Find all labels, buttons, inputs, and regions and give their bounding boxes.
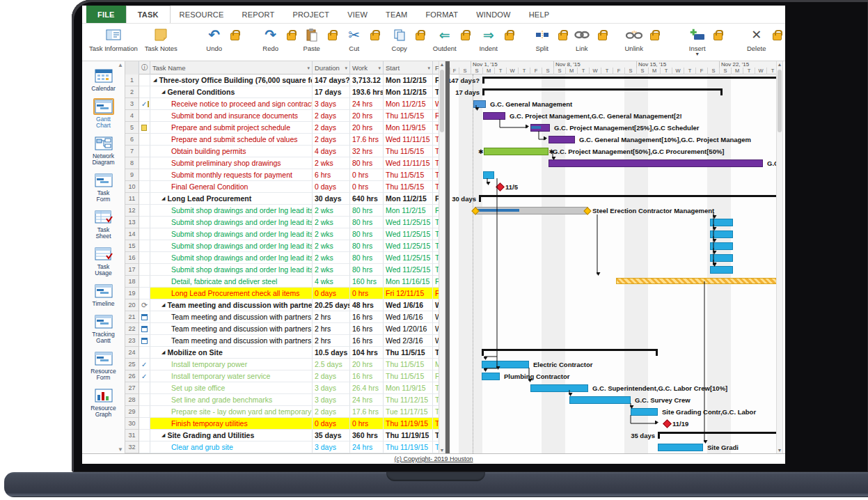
sidebar-item-task-form[interactable]: TaskForm (82, 172, 125, 203)
task-bar[interactable] (473, 100, 486, 108)
collapse-triangle-icon[interactable]: ◢ (161, 350, 165, 355)
table-row[interactable]: 11◢Long Lead Procurement30 days640 hrsMo… (125, 193, 450, 205)
column-header-work[interactable]: Work▾ (350, 61, 384, 75)
task-bar[interactable] (616, 278, 781, 284)
table-row[interactable]: 30Finish temporay utilities0 days0 hrsTh… (125, 418, 450, 430)
sidebar-item-resource-form[interactable]: ResourceForm (82, 350, 125, 381)
task-bar[interactable]: ✱✱ (484, 148, 549, 155)
menu-item-team[interactable]: TEAM (377, 6, 416, 23)
menu-item-project[interactable]: PROJECT (283, 6, 338, 23)
indent-button[interactable]: ⇒Indent (477, 26, 500, 52)
table-row[interactable]: 19Long Lead Procurement check all items0… (125, 288, 450, 299)
table-row[interactable]: 1◢Three-story Office Building (76,000 sq… (125, 75, 450, 86)
summary-bar[interactable] (482, 88, 723, 94)
collapse-triangle-icon[interactable]: ◢ (161, 302, 165, 308)
filter-dropdown-icon[interactable]: ▾ (307, 65, 310, 71)
sidebar-item-resource-graph[interactable]: ResourceGraph (82, 387, 125, 418)
table-row[interactable]: 24◢Mobilize on Site10.5 days104 hrsThu 1… (125, 347, 450, 359)
table-row[interactable]: 29Prepare site - lay down yard and tempo… (125, 406, 450, 418)
menu-item-file[interactable]: FILE (86, 6, 126, 23)
sidebar-item-calendar[interactable]: Calendar (82, 68, 125, 92)
table-row[interactable]: 4Submit bond and insurance documents2 da… (125, 110, 450, 122)
scroll-up-icon[interactable]: ▲ (439, 62, 445, 67)
milestone-diamond[interactable] (496, 182, 505, 192)
table-row[interactable]: 28Set line and grade benchmarks3 days24 … (125, 394, 450, 406)
table-row[interactable]: 10Final General Condition0 days0 hrsThu … (125, 181, 450, 193)
sidebar-scroll-up-icon[interactable]: ▲ (118, 62, 123, 68)
task-bar[interactable] (530, 384, 588, 392)
task-bar[interactable] (658, 444, 703, 451)
menu-item-report[interactable]: REPORT (233, 6, 284, 23)
unlink-button[interactable]: Unlink (622, 26, 646, 52)
table-row[interactable]: 21Team meeting and discussion with partn… (125, 311, 450, 323)
filter-dropdown-icon[interactable]: ▾ (345, 65, 347, 71)
scrollbar-thumb[interactable] (440, 70, 444, 132)
table-row[interactable]: 17Submit shop drawings and order lng lea… (125, 264, 450, 276)
task-bar[interactable] (530, 124, 550, 132)
task-bar[interactable] (549, 159, 763, 167)
task-bar[interactable] (549, 136, 575, 143)
undo-button[interactable]: ↶Undo (203, 26, 226, 52)
sidebar-item-tracking-gantt[interactable]: TrackingGantt (82, 313, 125, 344)
table-row[interactable]: 3✓Receive notice to proceed and sign con… (125, 98, 450, 110)
menu-item-view[interactable]: VIEW (338, 6, 377, 23)
column-header-start[interactable]: Start▾ (384, 61, 433, 75)
summary-bar[interactable] (658, 432, 783, 437)
table-row[interactable]: 5Prepare and submit project schedule2 da… (125, 122, 450, 134)
table-row[interactable]: 22Team meeting and discussion with partn… (125, 323, 450, 335)
collapse-triangle-icon[interactable]: ◢ (161, 89, 165, 95)
table-row[interactable]: 14Submit shop drawings and order lng lea… (125, 228, 450, 240)
summary-bar[interactable] (482, 349, 658, 354)
table-row[interactable]: 2◢General Conditions17 days193.6 hrsMon … (125, 86, 450, 98)
insert-button[interactable]: Insert▼ (686, 26, 709, 56)
copy-button[interactable]: Copy (388, 26, 411, 52)
task-bar[interactable] (631, 408, 658, 416)
task-bar[interactable] (475, 207, 588, 214)
filter-dropdown-icon[interactable]: ▾ (378, 65, 381, 71)
task-bar[interactable] (569, 396, 631, 404)
paste-button[interactable]: Paste (300, 26, 324, 52)
table-row[interactable]: 9Submit monthly requests for payment6 hr… (125, 169, 450, 181)
table-vertical-scrollbar[interactable]: ▲ ▼ (439, 61, 445, 453)
task-bar[interactable] (482, 373, 500, 380)
table-row[interactable]: 18Detail, fabricate and deliver steel4 w… (125, 276, 450, 288)
column-header-id[interactable] (125, 61, 139, 75)
redo-button[interactable]: ↷Redo (259, 26, 283, 52)
menu-item-resource[interactable]: RESOURCE (171, 6, 233, 23)
task-bar[interactable] (483, 112, 505, 120)
table-row[interactable]: 6Prepare and submit schedule of values2 … (125, 134, 450, 146)
cut-button[interactable]: ✂Cut (342, 26, 366, 52)
task-bar[interactable] (482, 361, 529, 368)
task-bar[interactable] (710, 266, 733, 274)
menu-item-format[interactable]: FORMAT (416, 6, 467, 23)
link-button[interactable]: Link (570, 26, 594, 52)
sidebar-item-task-usage[interactable]: TaskUsage (82, 246, 125, 276)
table-row[interactable]: 23Team meeting and discussion with partn… (125, 335, 450, 347)
sidebar-item-network-diagram[interactable]: NetworkDiagram (82, 135, 125, 166)
task-bar[interactable] (710, 242, 733, 250)
outdent-button[interactable]: ⇐Outdent (433, 26, 457, 52)
task-bar[interactable] (710, 254, 733, 262)
table-row[interactable]: 12Submit shop drawings and order lng lea… (125, 205, 450, 217)
table-row[interactable]: 20⟳◢Team meeting and discussion with par… (125, 299, 450, 311)
table-row[interactable]: 15Submit shop drawings and order lng lea… (125, 240, 450, 252)
table-row[interactable]: 31◢Site Grading and Utilities35 days360 … (125, 430, 450, 442)
task-notes-button[interactable]: Task Notes (145, 26, 177, 52)
insert-dropdown-icon[interactable]: ▼ (695, 52, 700, 56)
table-row[interactable]: 16Submit shop drawings and order lng lea… (125, 252, 450, 264)
summary-bar[interactable] (479, 195, 783, 201)
collapse-triangle-icon[interactable]: ◢ (161, 196, 165, 201)
delete-button[interactable]: ✕Delete (745, 26, 768, 52)
task-bar[interactable] (710, 231, 733, 238)
task-bar[interactable] (483, 171, 494, 179)
table-row[interactable]: 13Submit shop drawings and order lng lea… (125, 217, 450, 228)
sidebar-scroll-down-icon[interactable]: ▼ (118, 446, 123, 453)
scroll-down-icon[interactable]: ▼ (439, 448, 445, 453)
sidebar-item-timeline[interactable]: Timeline (82, 283, 125, 307)
sidebar-item-gantt-chart[interactable]: GanttChart (82, 98, 125, 129)
table-row[interactable]: 27Set up site office3 days26.4 hrsMon 11… (125, 382, 450, 394)
table-row[interactable]: 26✓Install temporary water service2 days… (125, 370, 450, 382)
sidebar-item-task-sheet[interactable]: TaskSheet (82, 209, 125, 240)
table-row[interactable]: 7Obtain building permits4 days32 hrsThu … (125, 146, 450, 157)
table-row[interactable]: 32Clear and grub site3 days24 hrsThu 11/… (125, 442, 450, 453)
